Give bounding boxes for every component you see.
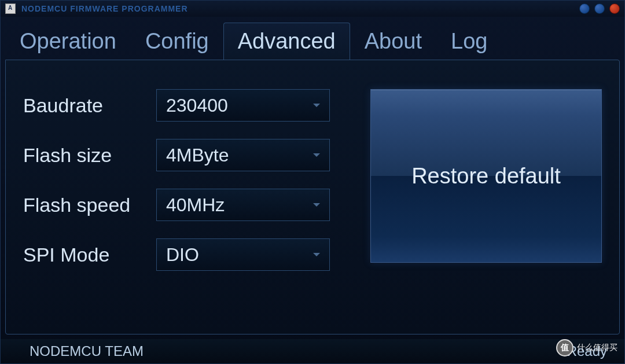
flash-speed-value: 40MHz [166, 194, 225, 216]
settings-grid: Baudrate 230400 Flash size 4MByte Flash … [23, 89, 330, 271]
settings-area: Baudrate 230400 Flash size 4MByte Flash … [6, 60, 619, 300]
restore-default-label: Restore default [411, 164, 561, 189]
chevron-down-icon [313, 153, 320, 157]
window-controls [579, 3, 620, 14]
baudrate-dropdown[interactable]: 230400 [156, 89, 330, 122]
close-button[interactable] [609, 3, 620, 14]
window-title: NODEMCU FIRMWARE PROGRAMMER [21, 4, 188, 13]
chevron-down-icon [313, 253, 320, 256]
watermark-badge-icon: 值 [556, 339, 573, 356]
statusbar-left: NODEMCU TEAM [30, 343, 144, 359]
app-window: NODEMCU FIRMWARE PROGRAMMER Operation Co… [0, 0, 625, 364]
spi-mode-value: DIO [166, 244, 199, 266]
tab-bar: Operation Config Advanced About Log [1, 17, 624, 60]
tab-operation[interactable]: Operation [5, 23, 131, 60]
flash-size-dropdown[interactable]: 4MByte [156, 139, 330, 171]
tab-config[interactable]: Config [131, 23, 223, 60]
maximize-button[interactable] [594, 3, 605, 14]
tab-log[interactable]: Log [436, 23, 502, 60]
chevron-down-icon [313, 104, 320, 107]
flash-speed-label: Flash speed [23, 194, 156, 216]
flash-size-value: 4MByte [166, 145, 229, 166]
statusbar: NODEMCU TEAM Ready [1, 339, 624, 363]
spi-mode-dropdown[interactable]: DIO [156, 238, 330, 271]
tab-advanced[interactable]: Advanced [223, 23, 350, 60]
restore-default-button[interactable]: Restore default [370, 89, 602, 263]
watermark-text: 什么值得买 [577, 343, 617, 353]
flash-speed-dropdown[interactable]: 40MHz [156, 189, 330, 221]
flash-size-label: Flash size [23, 144, 156, 167]
baudrate-label: Baudrate [23, 94, 156, 117]
baudrate-value: 230400 [166, 95, 228, 116]
chevron-down-icon [313, 203, 320, 207]
titlebar: NODEMCU FIRMWARE PROGRAMMER [1, 1, 624, 17]
app-icon [5, 3, 16, 14]
tab-about[interactable]: About [350, 23, 436, 60]
content-panel: Baudrate 230400 Flash size 4MByte Flash … [5, 60, 620, 334]
spi-mode-label: SPI Mode [23, 244, 156, 266]
watermark: 值 什么值得买 [556, 339, 617, 356]
minimize-button[interactable] [579, 3, 590, 14]
